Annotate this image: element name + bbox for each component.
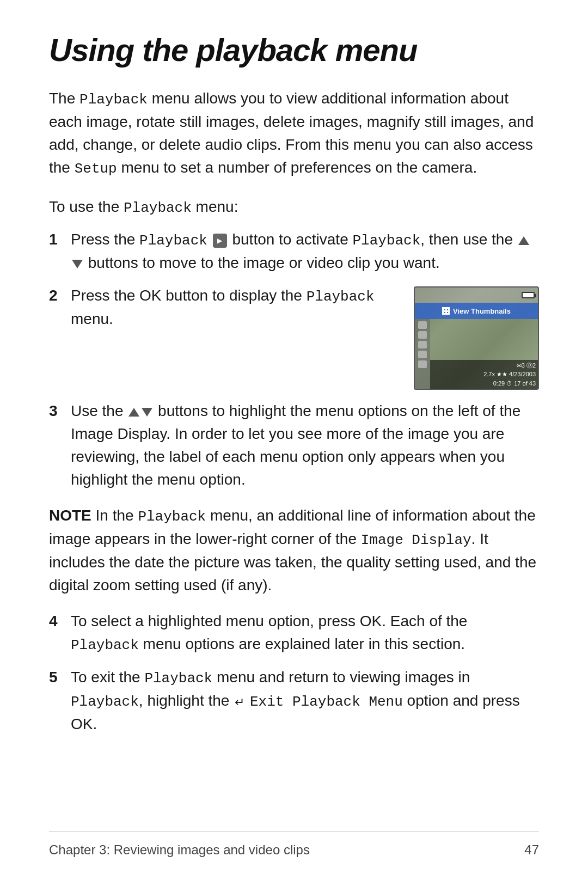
camera-info-text-2: 2.7x ★★ 4/23/2003 <box>483 370 536 379</box>
footer-chapter: Chapter 3: Reviewing images and video cl… <box>49 841 310 860</box>
grid-icon <box>442 307 450 315</box>
arrow-up-icon-2 <box>128 408 139 417</box>
playback-ref-step5a: Playback <box>144 670 212 687</box>
image-display-ref-note: Image Display <box>361 532 471 548</box>
step-4: 4 To select a highlighted menu option, p… <box>49 610 539 656</box>
intro-paragraph: The Playback menu allows you to view add… <box>49 87 539 180</box>
arrow-down-icon-2 <box>142 408 152 417</box>
playback-ref-2: Playback <box>124 200 192 216</box>
step-2-text: Press the OK button to display the Playb… <box>71 284 397 331</box>
step-2: 2 Press the OK button to display the Pla… <box>49 284 539 390</box>
menu-icon-1 <box>418 321 427 329</box>
camera-bottom-info: ✉3 ⓟ2 2.7x ★★ 4/23/2003 0:29 ⏱ 17 of 43 <box>430 360 538 389</box>
steps-list: 1 Press the Playback button to activate … <box>49 228 539 491</box>
camera-info-row2: 2.7x ★★ 4/23/2003 <box>432 370 536 379</box>
playback-ref-note: Playback <box>138 509 206 525</box>
menu-highlight-bar: View Thumbnails <box>415 303 538 319</box>
note-text: In the Playback menu, an additional line… <box>49 507 536 594</box>
camera-screenshot: View Thumbnails ✉3 ⓟ2 2. <box>414 286 539 390</box>
playback-ref-step1a: Playback <box>139 233 207 249</box>
step-number-3: 3 <box>49 400 71 423</box>
camera-info-row3: 0:29 ⏱ 17 of 43 <box>432 379 536 388</box>
camera-info-text-3: 0:29 ⏱ 17 of 43 <box>493 379 536 388</box>
note-label: NOTE <box>49 507 91 524</box>
menu-left-icons <box>415 319 430 389</box>
menu-icon-2 <box>418 331 427 339</box>
steps-list-continued: 4 To select a highlighted menu option, p… <box>49 610 539 736</box>
camera-screen-bg: View Thumbnails ✉3 ⓟ2 2. <box>415 287 538 389</box>
step-number-4: 4 <box>49 610 71 633</box>
arrow-up-icon-1 <box>518 236 529 245</box>
step-content-5: To exit the Playback menu and return to … <box>71 666 539 736</box>
menu-icon-4 <box>418 351 427 358</box>
setup-ref: Setup <box>75 161 117 177</box>
playback-ref-step5b: Playback <box>71 694 139 710</box>
camera-top-bar <box>415 287 538 303</box>
step-3: 3 Use the buttons to highlight the menu … <box>49 400 539 491</box>
step-content-4: To select a highlighted menu option, pre… <box>71 610 539 656</box>
note-block: NOTE In the Playback menu, an additional… <box>49 504 539 597</box>
playback-ref-step4: Playback <box>71 637 139 653</box>
step-number-1: 1 <box>49 228 71 251</box>
camera-info-text-1: ✉3 ⓟ2 <box>517 361 536 370</box>
step-1: 1 Press the Playback button to activate … <box>49 228 539 274</box>
step-number-5: 5 <box>49 666 71 689</box>
to-use-line: To use the Playback menu: <box>49 196 539 219</box>
step-5: 5 To exit the Playback menu and return t… <box>49 666 539 736</box>
step-content-1: Press the Playback button to activate Pl… <box>71 228 539 274</box>
camera-info-row1: ✉3 ⓟ2 <box>432 361 536 370</box>
arrow-down-icon-1 <box>72 260 83 268</box>
playback-ref-step2: Playback <box>307 289 375 305</box>
view-thumbnails-label: View Thumbnails <box>453 306 511 317</box>
exit-playback-menu-label: Exit Playback Menu <box>250 694 403 710</box>
step-content-3: Use the buttons to highlight the menu op… <box>71 400 539 491</box>
playback-button-icon <box>213 234 227 248</box>
footer-page-number: 47 <box>524 841 539 860</box>
playback-ref-step1b: Playback <box>352 233 420 249</box>
page-title: Using the playback menu <box>49 33 539 68</box>
page-footer: Chapter 3: Reviewing images and video cl… <box>49 831 539 860</box>
step-2-with-image: Press the OK button to display the Playb… <box>71 284 539 390</box>
menu-icon-5 <box>418 360 427 368</box>
menu-icon-3 <box>418 341 427 348</box>
playback-ref-1: Playback <box>79 91 148 108</box>
step-number-2: 2 <box>49 284 71 307</box>
exit-arrow-icon: ↵ <box>235 693 244 711</box>
battery-icon <box>522 292 535 298</box>
